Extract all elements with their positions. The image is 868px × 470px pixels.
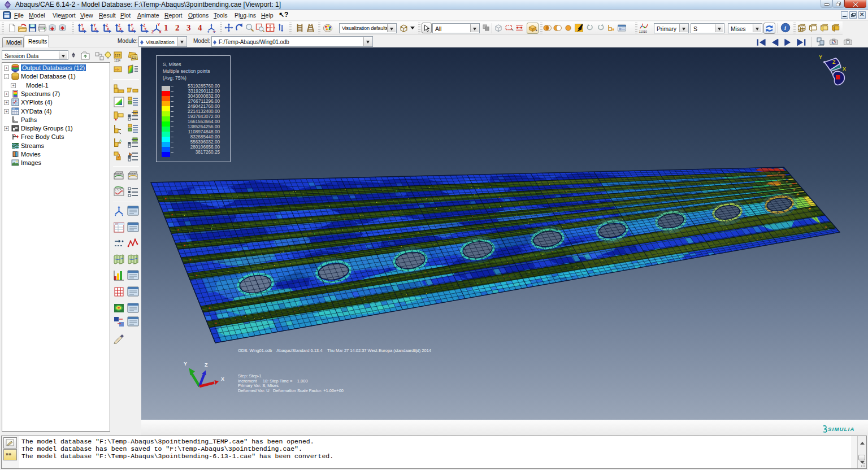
svg-text:X: X	[107, 27, 110, 31]
svg-text:X: X	[843, 66, 846, 72]
svg-text:Y: Y	[144, 27, 147, 31]
svg-text:SIMULIA: SIMULIA	[828, 426, 854, 432]
svg-text:1234: 1234	[114, 59, 120, 62]
svg-text:Y: Y	[819, 54, 822, 60]
svg-text:X: X	[94, 27, 97, 31]
svg-text:>|<: >|<	[115, 68, 120, 71]
svg-text:Z: Z	[132, 27, 134, 31]
svg-text:X: X	[221, 376, 224, 382]
svg-text:X: X	[159, 30, 162, 34]
svg-text:i: i	[784, 25, 786, 31]
svg-text:123: 123	[132, 56, 137, 59]
svg-text:Y: Y	[184, 361, 187, 367]
svg-text:A: A	[119, 139, 121, 142]
svg-text:Z: Z	[151, 30, 154, 34]
svg-text:Z: Z	[205, 362, 208, 368]
svg-text:11010: 11010	[639, 30, 647, 33]
svg-text:123: 123	[115, 54, 121, 57]
svg-text:X: X	[119, 27, 122, 31]
svg-text:Y: Y	[158, 23, 160, 27]
svg-text:XY: XY	[12, 108, 15, 110]
svg-text:X: X	[82, 27, 85, 31]
svg-text:Z: Z	[832, 59, 836, 65]
